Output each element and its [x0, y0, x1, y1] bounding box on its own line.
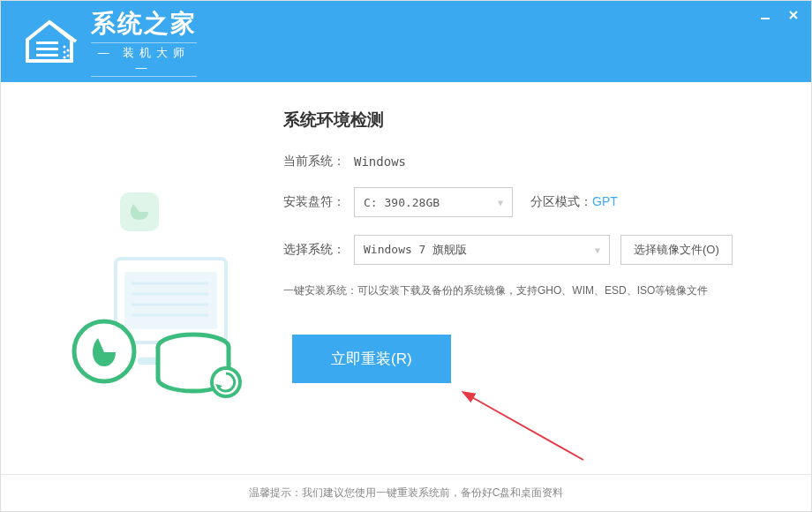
computer-database-icon [36, 162, 248, 409]
window-controls [756, 8, 802, 22]
svg-point-3 [64, 46, 66, 49]
minimize-button[interactable] [756, 8, 774, 22]
select-system-row: 选择系统： Windows 7 旗舰版 ▼ 选择镜像文件(O) [283, 235, 785, 265]
svg-rect-2 [36, 54, 58, 56]
logo-text: 系统之家 装机大师 [91, 7, 197, 77]
current-os-value: Windows [354, 154, 406, 169]
select-iso-button[interactable]: 选择镜像文件(O) [620, 235, 733, 265]
logo-house-icon [19, 15, 80, 68]
partition-mode: 分区模式：GPT [530, 194, 618, 210]
app-header: 系统之家 装机大师 [1, 1, 811, 82]
close-button[interactable] [785, 8, 802, 22]
partition-mode-label: 分区模式： [530, 194, 592, 208]
svg-point-7 [67, 55, 70, 57]
content-area: 系统环境检测 当前系统： Windows 安装盘符： C: 390.28GB ▼… [1, 82, 811, 471]
chevron-down-icon: ▼ [595, 245, 600, 255]
install-drive-row: 安装盘符： C: 390.28GB ▼ 分区模式：GPT [283, 187, 785, 217]
logo-title: 系统之家 [91, 7, 197, 41]
select-system-label: 选择系统： [283, 242, 354, 258]
current-os-row: 当前系统： Windows [283, 154, 785, 169]
partition-mode-value: GPT [592, 194, 618, 208]
svg-rect-13 [124, 272, 217, 329]
logo-subtitle: 装机大师 [91, 42, 197, 77]
logo-area: 系统之家 装机大师 [19, 7, 197, 77]
chevron-down-icon: ▼ [498, 198, 503, 207]
install-drive-value: C: 390.28GB [364, 196, 440, 209]
footer-tip: 温馨提示：我们建议您使用一键重装系统前，备份好C盘和桌面资料 [1, 474, 811, 511]
main-panel: 系统环境检测 当前系统： Windows 安装盘符： C: 390.28GB ▼… [257, 109, 785, 462]
svg-point-20 [74, 321, 134, 381]
install-now-button[interactable]: 立即重装(R) [292, 335, 451, 383]
hint-text: 一键安装系统：可以安装下载及备份的系统镜像，支持GHO、WIM、ESD、ISO等… [283, 282, 785, 299]
install-drive-label: 安装盘符： [283, 194, 354, 210]
panel-title: 系统环境检测 [283, 109, 785, 132]
svg-rect-0 [36, 41, 58, 44]
select-system-value: Windows 7 旗舰版 [364, 242, 467, 258]
select-system-dropdown[interactable]: Windows 7 旗舰版 ▼ [354, 235, 610, 265]
svg-point-4 [64, 51, 66, 54]
svg-point-5 [64, 56, 66, 59]
svg-rect-1 [36, 48, 58, 50]
illustration [27, 109, 257, 462]
svg-point-6 [67, 49, 70, 52]
current-os-label: 当前系统： [283, 154, 354, 169]
install-drive-dropdown[interactable]: C: 390.28GB ▼ [354, 187, 513, 217]
